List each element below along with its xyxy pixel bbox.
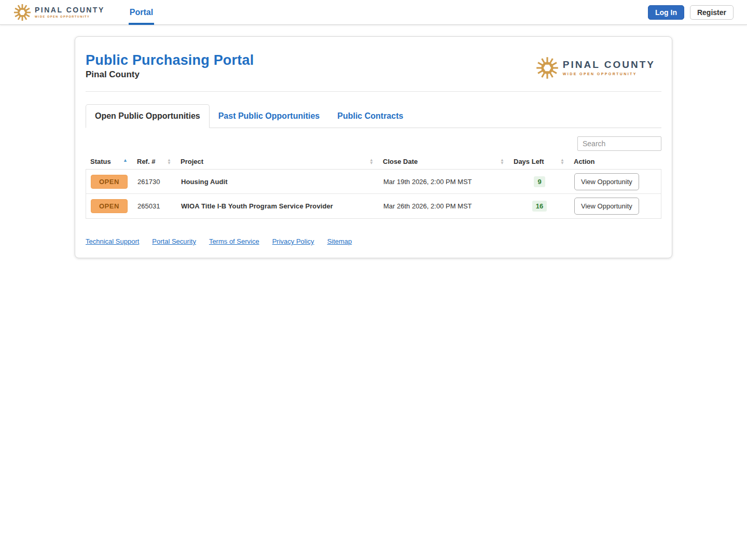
view-opportunity-button[interactable]: View Opportunity [574,173,639,190]
sunburst-logo-icon [13,4,31,21]
sort-icon [560,159,564,165]
card-logo-tagline: WIDE OPEN OPPORTUNITY [563,72,655,76]
ref-cell: 265031 [133,199,176,213]
days-left-badge: 9 [534,176,545,187]
log-in-button[interactable]: Log In [648,5,684,20]
close-date-cell: Mar 26th 2026, 2:00 PM MST [379,199,509,213]
column-header-ref[interactable]: Ref. # [132,154,176,169]
table-row: OPEN 265031 WIOA Title I-B Youth Program… [86,194,661,218]
days-left-cell: 9 [509,173,570,190]
portal-security-link[interactable]: Portal Security [152,237,196,245]
column-label: Status [90,158,111,165]
sort-ascending-icon [123,158,128,163]
sort-icon [500,159,504,165]
tab-bar: Open Public Opportunities Past Public Op… [86,104,661,128]
column-header-project[interactable]: Project [176,154,378,169]
days-left-cell: 16 [509,198,570,215]
ref-cell: 261730 [133,175,176,189]
purchasing-portal-card: Public Purchasing Portal Pinal County [75,36,672,258]
tab-past-public-opportunities[interactable]: Past Public Opportunities [210,105,329,128]
header-divider [86,91,661,92]
view-opportunity-button[interactable]: View Opportunity [574,198,639,215]
sort-icon [167,159,171,165]
action-cell: View Opportunity [570,194,661,218]
status-cell: OPEN [86,196,133,216]
top-navbar: PINAL COUNTY WIDE OPEN OPPORTUNITY Porta… [0,0,747,25]
tab-label: Public Contracts [337,111,403,120]
brand-name: PINAL COUNTY [35,6,105,14]
card-footer-links: Technical Support Portal Security Terms … [86,237,661,245]
brand-tagline: WIDE OPEN OPPORTUNITY [35,15,105,18]
status-badge: OPEN [91,199,128,213]
column-label: Action [574,158,594,165]
status-cell: OPEN [86,172,133,192]
navbar-brand-logo[interactable]: PINAL COUNTY WIDE OPEN OPPORTUNITY [13,4,105,21]
tab-open-public-opportunities[interactable]: Open Public Opportunities [86,104,210,128]
column-label: Ref. # [137,158,155,165]
column-label: Close Date [383,158,418,165]
page-subtitle: Pinal County [86,69,254,80]
sort-icon [369,159,374,165]
search-input[interactable] [577,136,661,151]
status-badge: OPEN [91,175,128,189]
action-cell: View Opportunity [570,170,661,193]
sunburst-logo-icon [536,57,559,79]
search-row [86,136,661,151]
table-header-row: Status Ref. # Project Close Date Days Le… [86,154,661,169]
project-cell: Housing Audit [176,175,379,189]
card-brand-logo: PINAL COUNTY WIDE OPEN OPPORTUNITY [536,57,655,79]
card-header: Public Purchasing Portal Pinal County [86,47,661,80]
nav-item-portal-label: Portal [130,8,153,17]
table-row: OPEN 261730 Housing Audit Mar 19th 2026,… [86,170,661,194]
column-header-close-date[interactable]: Close Date [378,154,509,169]
tab-label: Past Public Opportunities [218,111,320,120]
navbar-actions: Log In Register [648,5,734,20]
opportunities-table-body: OPEN 261730 Housing Audit Mar 19th 2026,… [86,169,661,219]
tab-label: Open Public Opportunities [95,111,200,120]
register-button[interactable]: Register [690,5,734,20]
column-label: Days Left [514,158,544,165]
terms-of-service-link[interactable]: Terms of Service [209,237,259,245]
column-header-days-left[interactable]: Days Left [509,154,569,169]
tab-public-contracts[interactable]: Public Contracts [328,105,412,128]
column-header-action: Action [569,154,661,169]
card-logo-name: PINAL COUNTY [563,60,655,71]
privacy-policy-link[interactable]: Privacy Policy [272,237,314,245]
nav-item-portal[interactable]: Portal [130,0,153,25]
technical-support-link[interactable]: Technical Support [86,237,139,245]
column-label: Project [181,158,203,165]
close-date-cell: Mar 19th 2026, 2:00 PM MST [379,175,509,189]
project-cell: WIOA Title I-B Youth Program Service Pro… [176,199,379,213]
column-header-status[interactable]: Status [86,154,132,169]
days-left-badge: 16 [532,201,547,212]
sitemap-link[interactable]: Sitemap [327,237,352,245]
page-title: Public Purchasing Portal [86,52,254,68]
